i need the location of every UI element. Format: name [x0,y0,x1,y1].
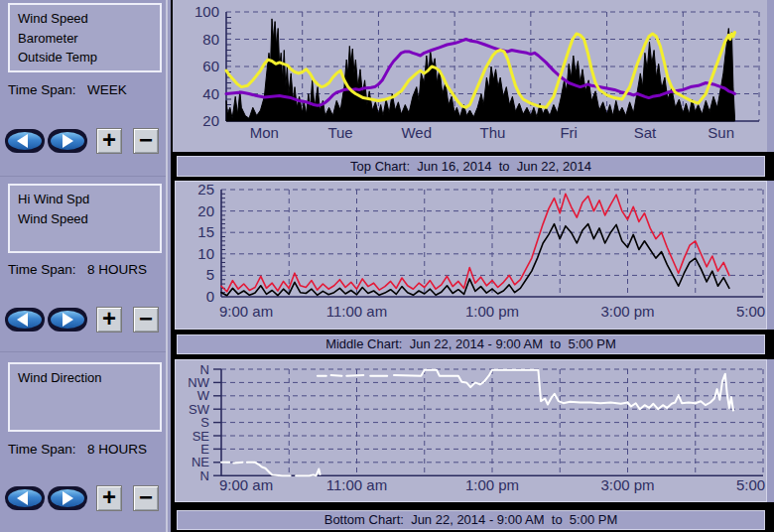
svg-text:1:00 pm: 1:00 pm [465,303,519,320]
top-chart-back-button[interactable] [5,129,45,153]
svg-text:Sat: Sat [634,124,657,141]
bottom-chart-forward-button[interactable] [48,486,87,510]
svg-text:1:00 pm: 1:00 pm [465,476,519,493]
bottom-chart[interactable]: NNWWSWSSEENEN9:00 am11:00 am1:00 pm3:00 … [176,360,766,501]
right-arrow-icon [63,491,73,505]
svg-text:5:00 pm: 5:00 pm [736,476,766,493]
timespan-label: Time Span: [8,442,87,457]
middle-chart[interactable]: 05101520259:00 am11:00 am1:00 pm3:00 pm5… [176,182,766,329]
svg-text:25: 25 [197,182,214,198]
svg-text:11:00 am: 11:00 am [326,303,387,320]
bottom-chart-zoom-in-button[interactable]: + [96,485,122,511]
svg-text:Wed: Wed [401,124,432,141]
svg-text:100: 100 [194,3,219,20]
middle-chart-zoom-out-button[interactable]: − [133,307,159,332]
window-edge [767,359,774,502]
svg-text:20: 20 [202,112,219,129]
bottom-chart-back-button[interactable] [5,486,45,510]
svg-text:Mon: Mon [250,124,279,141]
left-arrow-icon [17,134,28,148]
svg-text:3:00 pm: 3:00 pm [600,303,654,320]
window-edge [767,181,774,330]
bottom-chart-panel: NNWWSWSSEENEN9:00 am11:00 am1:00 pm3:00 … [175,359,767,502]
svg-text:40: 40 [202,85,219,102]
top-chart[interactable]: 20406080100MonTueWedThuFriSatSun [173,0,767,152]
top-chart-timespan: Time Span: WEEK [8,82,167,97]
middle-chart-caption: Middle Chart: Jun 22, 2014 - 9:00 AM to … [177,334,765,354]
middle-chart-panel: 05101520259:00 am11:00 am1:00 pm3:00 pm5… [175,181,767,330]
svg-text:Fri: Fri [560,124,578,141]
weather-app-window: Wind SpeedBarometerOutside Temp Time Spa… [0,0,774,532]
middle-chart-zoom-in-button[interactable]: + [96,307,122,332]
middle-chart-forward-button[interactable] [48,308,87,332]
sidebar-divider [0,176,168,177]
svg-text:0: 0 [206,288,214,305]
top-chart-caption: Top Chart: Jun 16, 2014 to Jun 22, 2014 [177,156,765,177]
svg-text:11:00 am: 11:00 am [326,476,387,493]
top-chart-zoom-out-button[interactable]: − [133,128,159,154]
svg-text:9:00 am: 9:00 am [219,303,273,320]
top-chart-zoom-in-button[interactable]: + [96,128,122,154]
right-arrow-icon [63,134,73,148]
svg-text:9:00 am: 9:00 am [219,476,273,493]
svg-text:3:00 pm: 3:00 pm [600,476,654,493]
middle-chart-legend-box[interactable]: Hi Wind SpdWind Speed [8,184,162,253]
bottom-chart-timespan: Time Span: 8 HOURS [8,442,167,457]
top-chart-legend-box[interactable]: Wind SpeedBarometerOutside Temp [8,3,162,72]
svg-text:Sun: Sun [708,124,734,141]
timespan-value: WEEK [87,82,127,97]
bottom-chart-legend-box[interactable]: Wind Direction [8,362,162,432]
window-edge [767,0,774,152]
timespan-label: Time Span: [8,82,87,97]
top-chart-panel: 20406080100MonTueWedThuFriSatSun [173,0,767,152]
middle-chart-timespan: Time Span: 8 HOURS [8,262,167,277]
timespan-label: Time Span: [8,262,87,277]
svg-text:20: 20 [197,202,214,219]
top-chart-forward-button[interactable] [48,129,87,153]
svg-text:5:00 pm: 5:00 pm [736,303,766,320]
bottom-chart-zoom-out-button[interactable]: − [133,485,159,511]
svg-text:60: 60 [202,58,219,74]
timespan-value: 8 HOURS [87,442,147,457]
sidebar-divider [0,351,168,352]
left-arrow-icon [17,313,28,327]
middle-chart-back-button[interactable] [5,308,45,332]
svg-text:N: N [200,468,209,483]
svg-text:Thu: Thu [480,124,506,141]
timespan-value: 8 HOURS [87,262,147,277]
svg-text:5: 5 [206,266,214,283]
right-arrow-icon [63,313,73,327]
svg-text:15: 15 [197,223,214,240]
bottom-chart-caption: Bottom Chart: Jun 22, 2014 - 9:00 AM to … [177,510,765,530]
chart-region: 20406080100MonTueWedThuFriSatSun Top Cha… [171,0,774,532]
svg-text:80: 80 [202,31,219,48]
left-arrow-icon [17,491,28,505]
sidebar: Wind SpeedBarometerOutside Temp Time Spa… [0,0,171,532]
svg-text:10: 10 [197,245,214,262]
svg-text:Tue: Tue [327,124,352,141]
